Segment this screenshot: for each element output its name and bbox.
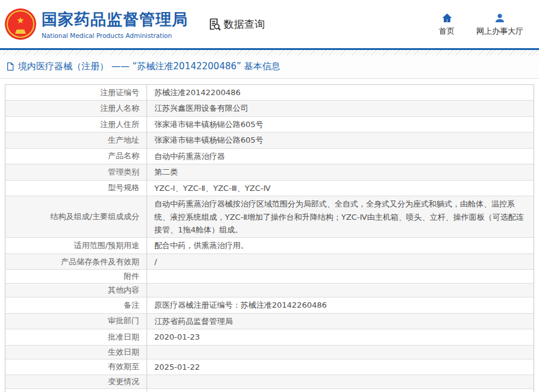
row-label: 变更情况 bbox=[5, 375, 147, 388]
row-label-text: 结构及组成/主要组成成分 bbox=[51, 211, 139, 222]
table-row: 注册人住所张家港市锦丰镇杨锦公路605号 bbox=[5, 117, 534, 132]
user-icon bbox=[494, 12, 506, 24]
org-title-en: National Medical Products Administration bbox=[42, 32, 188, 39]
row-label-text: 生产地址 bbox=[108, 135, 139, 146]
row-value: 2025-01-22 bbox=[147, 359, 534, 375]
row-label: 生效日期 bbox=[5, 346, 147, 359]
row-value: 第二类 bbox=[147, 164, 534, 179]
row-label-text: 备注 bbox=[124, 300, 139, 311]
row-value: 江苏兴鑫医用设备有限公司 bbox=[147, 101, 534, 116]
row-label: 适用范围/预期用途 bbox=[5, 238, 147, 253]
table-row: 产品储存条件及有效期/ bbox=[5, 254, 534, 270]
row-value bbox=[147, 270, 534, 283]
row-label: 注 bbox=[5, 389, 147, 392]
row-value-text: 张家港市锦丰镇杨锦公路605号 bbox=[154, 118, 263, 131]
row-value: 详情 bbox=[147, 389, 534, 392]
row-value: YZC-Ⅰ、YZC-Ⅱ、YZC-Ⅲ、YZC-Ⅳ bbox=[147, 181, 534, 196]
row-value-text: 张家港市锦丰镇杨锦公路605号 bbox=[154, 134, 263, 146]
row-label: 产品储存条件及有效期 bbox=[5, 254, 147, 269]
org-title-cn: 国家药品监督管理局 bbox=[42, 9, 188, 30]
row-value: 2020-01-23 bbox=[147, 329, 534, 344]
row-label-text: 生效日期 bbox=[108, 347, 139, 358]
row-value: 自动中药熏蒸治疗器 bbox=[147, 149, 534, 164]
row-value-text: 自动中药熏蒸治疗器械按治疗区域范围分为局部式、全自式，全身式又分为座式和躺式，由… bbox=[154, 198, 526, 236]
row-label-text: 注册人名称 bbox=[100, 103, 139, 114]
row-value-text: YZC-Ⅰ、YZC-Ⅱ、YZC-Ⅲ、YZC-Ⅳ bbox=[154, 182, 271, 194]
row-label: 注册证编号 bbox=[5, 85, 147, 100]
info-table: 注册证编号苏械注准20142200486注册人名称江苏兴鑫医用设备有限公司注册人… bbox=[5, 84, 534, 392]
row-value-text: 2025-01-22 bbox=[154, 361, 200, 373]
row-value: 自动中药熏蒸治疗器械按治疗区域范围分为局部式、全自式，全身式又分为座式和躺式，由… bbox=[147, 196, 534, 237]
home-icon bbox=[441, 12, 453, 24]
row-label: 管理类别 bbox=[5, 164, 147, 179]
row-label-text: 产品名称 bbox=[108, 151, 139, 161]
table-row: 产品名称自动中药熏蒸治疗器 bbox=[5, 149, 534, 164]
row-value: 张家港市锦丰镇杨锦公路605号 bbox=[147, 117, 534, 132]
top-nav: 首页 网上办事大厅 bbox=[439, 12, 523, 37]
row-value bbox=[147, 284, 534, 297]
row-label-text: 其他内容 bbox=[108, 285, 139, 296]
row-label: 生产地址 bbox=[5, 132, 147, 148]
row-label: 产品名称 bbox=[5, 149, 147, 164]
row-label-text: 附件 bbox=[124, 271, 139, 282]
row-label-text: 注册人住所 bbox=[100, 119, 139, 130]
row-value-text: 第二类 bbox=[154, 166, 178, 178]
row-label-text: 型号规格 bbox=[108, 182, 139, 193]
table-row: 注册人名称江苏兴鑫医用设备有限公司 bbox=[5, 101, 534, 116]
table-row: 变更情况 bbox=[5, 375, 534, 389]
star-icon: ★ bbox=[16, 16, 24, 25]
row-value bbox=[147, 375, 534, 388]
row-value-text: 江苏省药品监督管理局 bbox=[154, 315, 233, 328]
row-label-text: 变更情况 bbox=[108, 376, 139, 387]
breadcrumb: 境内医疗器械（注册） —— “苏械注准20142200486” 基本信息 bbox=[0, 55, 539, 79]
row-label-text: 注册证编号 bbox=[100, 87, 139, 98]
row-value-text: 原医疗器械注册证编号：苏械注准20142260486 bbox=[154, 299, 327, 311]
nav-data-query[interactable]: 数据查询 bbox=[207, 17, 265, 31]
row-value-text: 苏械注准20142200486 bbox=[154, 86, 241, 99]
table-row: 批准日期2020-01-23 bbox=[5, 329, 534, 345]
table-row: 备注原医疗器械注册证编号：苏械注准20142260486 bbox=[5, 297, 534, 313]
row-label: 结构及组成/主要组成成分 bbox=[5, 196, 147, 237]
table-row: 生产地址张家港市锦丰镇杨锦公路605号 bbox=[5, 132, 534, 148]
row-label: 备注 bbox=[5, 297, 147, 313]
row-value: 苏械注准20142200486 bbox=[147, 85, 534, 100]
nav-home[interactable]: 首页 bbox=[439, 12, 455, 37]
document-icon bbox=[6, 62, 14, 71]
table-row: 管理类别第二类 bbox=[5, 164, 534, 180]
row-label: 其他内容 bbox=[5, 284, 147, 297]
row-label-text: 审批部门 bbox=[108, 316, 139, 326]
table-row: 审批部门江苏省药品监督管理局 bbox=[5, 314, 534, 329]
table-row: 附件 bbox=[5, 270, 534, 284]
table-row: 生效日期 bbox=[5, 346, 534, 359]
row-value-text: 2020-01-23 bbox=[154, 331, 200, 343]
data-query-label: 数据查询 bbox=[224, 17, 265, 31]
row-value: 张家港市锦丰镇杨锦公路605号 bbox=[147, 132, 534, 148]
row-label-text: 批准日期 bbox=[108, 332, 139, 343]
row-label: 注册人住所 bbox=[5, 117, 147, 132]
nav-home-label: 首页 bbox=[439, 26, 455, 37]
row-label: 型号规格 bbox=[5, 181, 147, 196]
logo-block[interactable]: ★ 国家药品监督管理局 National Medical Products Ad… bbox=[5, 8, 188, 40]
breadcrumb-text: 境内医疗器械（注册） —— “苏械注准20142200486” 基本信息 bbox=[18, 61, 280, 72]
org-names: 国家药品监督管理局 National Medical Products Admi… bbox=[42, 9, 188, 39]
table-row: 注册证编号苏械注准20142200486 bbox=[5, 85, 534, 101]
table-row: 有效期至2025-01-22 bbox=[5, 359, 534, 375]
row-value-text: 配合中药，供熏蒸治疗用。 bbox=[154, 239, 248, 252]
row-label: 注册人名称 bbox=[5, 101, 147, 116]
row-label-text: 适用范围/预期用途 bbox=[74, 240, 139, 251]
row-value-text: 江苏兴鑫医用设备有限公司 bbox=[154, 102, 248, 114]
national-emblem-logo: ★ bbox=[5, 8, 36, 40]
row-value: 配合中药，供熏蒸治疗用。 bbox=[147, 238, 534, 253]
row-value-text: / bbox=[154, 255, 157, 268]
row-label: 批准日期 bbox=[5, 329, 147, 344]
row-value: / bbox=[147, 254, 534, 269]
page: ★ 国家药品监督管理局 National Medical Products Ad… bbox=[0, 0, 539, 392]
site-header: ★ 国家药品监督管理局 National Medical Products Ad… bbox=[0, 0, 539, 48]
table-row: 型号规格YZC-Ⅰ、YZC-Ⅱ、YZC-Ⅲ、YZC-Ⅳ bbox=[5, 181, 534, 196]
nav-service-hall[interactable]: 网上办事大厅 bbox=[476, 12, 523, 37]
table-row: 注详情 bbox=[5, 389, 534, 392]
row-label-text: 管理类别 bbox=[108, 167, 139, 178]
row-label: 审批部门 bbox=[5, 314, 147, 329]
row-value bbox=[147, 346, 534, 359]
nav-hall-label: 网上办事大厅 bbox=[476, 26, 523, 37]
